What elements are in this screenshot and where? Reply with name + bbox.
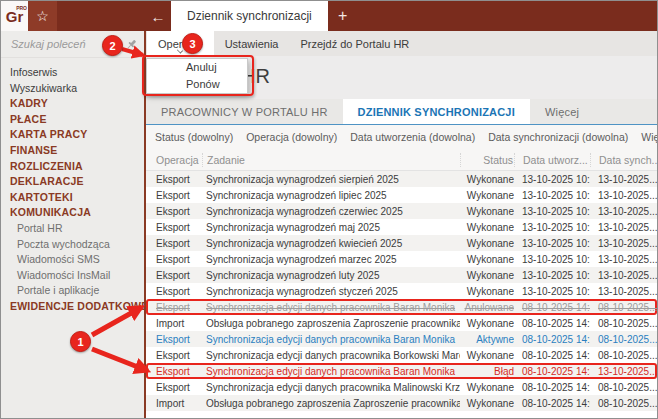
sidebar: InfoserwisWyszukiwarkaKADRYPŁACEKARTA PR…	[1, 31, 144, 418]
cell-zadanie: Synchronizacja edycji danych pracownika …	[202, 366, 460, 377]
cell-status: Wykonane	[460, 238, 514, 249]
filter-operacja-dowolny[interactable]: Operacja (dowolny)	[246, 131, 337, 143]
cell-zadanie: Obsługa pobranego zaproszenia Zaproszeni…	[202, 398, 460, 409]
table-row[interactable]: EksportSynchronizacja wynagrodzeń luty 2…	[146, 267, 657, 283]
new-tab-button[interactable]: +	[328, 1, 358, 31]
sidebar-item-karta-pracy[interactable]: KARTA PRACY	[1, 127, 144, 143]
column-header-operacja[interactable]: Operacja	[146, 154, 202, 166]
cell-status: Wykonane	[460, 222, 514, 233]
cell-operacja: Import	[146, 318, 202, 329]
cell-data-synchronizacji: 13-10-2025...	[590, 222, 657, 233]
filter-status-dowolny[interactable]: Status (dowolny)	[155, 131, 233, 143]
cell-operacja: Eksport	[146, 206, 202, 217]
pin-icon[interactable]	[125, 38, 138, 51]
cell-operacja: Eksport	[146, 302, 202, 313]
sync-log-table: EksportSynchronizacja wynagrodzeń sierpi…	[146, 171, 657, 418]
cell-operacja: Eksport	[146, 254, 202, 265]
column-header-status[interactable]: Status	[460, 153, 514, 167]
document-tab[interactable]: Dziennik synchronizacji	[171, 1, 328, 31]
cell-operacja: Eksport	[146, 270, 202, 281]
cell-data-synchronizacji: 13-10-2025...	[590, 238, 657, 249]
annotation-badge-1: 1	[70, 331, 91, 352]
table-row[interactable]: EksportSynchronizacja wynagrodzeń sierpi…	[146, 171, 657, 187]
filter-wi-cej[interactable]: Więcej	[641, 131, 658, 143]
table-row[interactable]: EksportSynchronizacja wynagrodzeń czerwi…	[146, 203, 657, 219]
sidebar-item-p-ace[interactable]: PŁACE	[1, 112, 144, 128]
sidebar-item-infoserwis[interactable]: Infoserwis	[1, 65, 144, 81]
cell-status: Aktywne	[460, 334, 514, 345]
cell-data-synchronizacji: 13-10-2025...	[590, 254, 657, 265]
column-header-data-utworzenia[interactable]: Data utworz...▲	[514, 153, 590, 167]
table-row[interactable]: EksportSynchronizacja wynagrodzeń marzec…	[146, 251, 657, 267]
app-logo[interactable]: Gr PRO	[1, 1, 28, 31]
table-row[interactable]: EksportSynchronizacja wynagrodzeń kwieci…	[146, 235, 657, 251]
cell-status: Wykonane	[460, 318, 514, 329]
table-row[interactable]: ImportObsługa pobranego zaproszenia Zapr…	[146, 315, 657, 331]
cell-data-synchronizacji: 08-10-2025...	[590, 398, 657, 409]
cell-data-synchronizacji: 13-10-2025...	[590, 286, 657, 297]
sidebar-item-rozliczenia[interactable]: ROZLICZENIA	[1, 159, 144, 175]
back-button[interactable]: ←	[145, 1, 171, 31]
cell-status: Wykonane	[460, 270, 514, 281]
sidebar-item-finanse[interactable]: FINANSE	[1, 143, 144, 159]
table-row[interactable]: EksportSynchronizacja edycji danych prac…	[146, 331, 657, 347]
cell-data-utworzenia: 13-10-2025 10:1...	[514, 174, 590, 185]
table-row[interactable]: ImportObsługa pobranego zaproszenia Zapr…	[146, 395, 657, 411]
sidebar-item-wiadomo-ci-sms[interactable]: Wiadomości SMS	[1, 252, 144, 268]
sidebar-item-wiadomo-ci-insmail[interactable]: Wiadomości InsMail	[1, 268, 144, 284]
cell-zadanie: Synchronizacja edycji danych pracownika …	[202, 302, 460, 313]
sidebar-item-kadry[interactable]: KADRY	[1, 96, 144, 112]
app-logo-pro-badge: PRO	[16, 5, 27, 11]
column-header-data-synchronizacji[interactable]: Data synch...	[590, 153, 657, 167]
cell-zadanie: Synchronizacja edycji danych pracownika …	[202, 350, 460, 361]
cell-data-utworzenia: 13-10-2025 10:1...	[514, 254, 590, 265]
cell-status: Błąd	[460, 366, 514, 377]
table-row[interactable]: EksportSynchronizacja edycji danych prac…	[146, 299, 657, 315]
tab-dziennik-synchronizacji[interactable]: DZIENNIK SYNCHRONIZACJI	[343, 99, 530, 124]
menu-item-label: Ustawienia	[225, 38, 279, 50]
sidebar-item-kartoteki[interactable]: KARTOTEKI	[1, 190, 144, 206]
menu-item-ustawienia[interactable]: Ustawienia	[214, 31, 290, 56]
table-row[interactable]: EksportSynchronizacja wynagrodzeń lipiec…	[146, 187, 657, 203]
cell-zadanie: Synchronizacja wynagrodzeń luty 2025	[202, 270, 460, 281]
tab-pracownicy-w-portalu-hr[interactable]: PRACOWNICY W PORTALU HR	[146, 99, 343, 124]
sidebar-item-wyszukiwarka[interactable]: Wyszukiwarka	[1, 81, 144, 97]
cell-zadanie: Synchronizacja wynagrodzeń sierpień 2025	[202, 174, 460, 185]
sidebar-item-portale-i-aplikacje[interactable]: Portale i aplikacje	[1, 283, 144, 299]
cell-status: Wykonane	[460, 286, 514, 297]
cell-data-utworzenia: 08-10-2025 14:2...	[514, 382, 590, 393]
table-row[interactable]: EksportSynchronizacja edycji danych prac…	[146, 379, 657, 395]
cell-data-synchronizacji: 13-10-2025...	[590, 366, 657, 377]
favorites-button[interactable]: ☆	[28, 1, 57, 31]
cell-operacja: Eksport	[146, 222, 202, 233]
sidebar-item-poczta-wychodz-ca[interactable]: Poczta wychodząca	[1, 237, 144, 253]
table-row[interactable]: EksportSynchronizacja edycji danych prac…	[146, 347, 657, 363]
dropdown-item-pon-w[interactable]: Ponów	[147, 76, 247, 93]
dropdown-item-anuluj[interactable]: Anuluj	[147, 59, 247, 76]
cell-status: Wykonane	[460, 174, 514, 185]
cell-operacja: Eksport	[146, 238, 202, 249]
table-row[interactable]: EksportSynchronizacja edycji danych prac…	[146, 363, 657, 379]
column-header-zadanie[interactable]: Zadanie	[202, 153, 460, 167]
cell-operacja: Eksport	[146, 190, 202, 201]
sidebar-item-komunikacja[interactable]: KOMUNIKACJA	[1, 205, 144, 221]
view-tabs: PRACOWNICY W PORTALU HRDZIENNIK SYNCHRON…	[146, 99, 657, 125]
table-row[interactable]: EksportSynchronizacja wynagrodzeń maj 20…	[146, 219, 657, 235]
cell-data-utworzenia: 13-10-2025 10:1...	[514, 206, 590, 217]
cell-data-utworzenia: 13-10-2025 10:1...	[514, 270, 590, 281]
filter-data-utworzenia-dowolna[interactable]: Data utworzenia (dowolna)	[350, 131, 475, 143]
table-row[interactable]: EksportSynchronizacja wynagrodzeń stycze…	[146, 283, 657, 299]
menu-item-label: Przejdź do Portalu HR	[300, 38, 409, 50]
cell-operacja: Import	[146, 398, 202, 409]
sidebar-item-deklaracje[interactable]: DEKLARACJE	[1, 174, 144, 190]
sidebar-item-portal-hr[interactable]: Portal HR	[1, 221, 144, 237]
cell-status: Wykonane	[460, 254, 514, 265]
cell-data-utworzenia: 13-10-2025 10:1...	[514, 222, 590, 233]
tab-wi-cej[interactable]: Więcej	[530, 99, 594, 124]
menu-item-operacje[interactable]: Operacje	[147, 31, 214, 56]
cell-data-utworzenia: 08-10-2025 14:0...	[514, 398, 590, 409]
filter-data-synchronizacji-dowolna[interactable]: Data synchronizacji (dowolna)	[488, 131, 628, 143]
cell-data-synchronizacji: 13-10-2025...	[590, 270, 657, 281]
sidebar-item-ewidencje-dodatkowe[interactable]: EWIDENCJE DODATKOWE	[1, 299, 144, 315]
menu-item-przejd-do-portalu-hr[interactable]: Przejdź do Portalu HR	[289, 31, 420, 56]
